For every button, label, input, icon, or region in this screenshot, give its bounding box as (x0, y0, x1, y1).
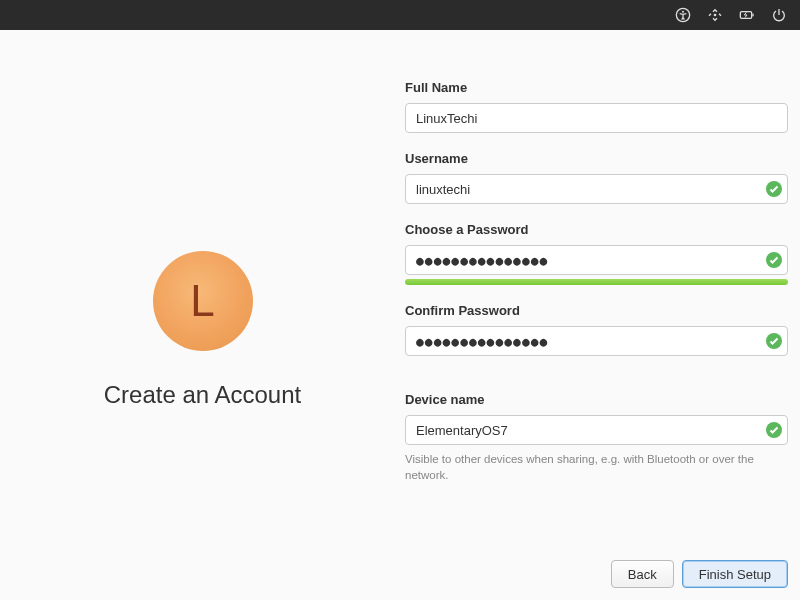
finish-setup-button[interactable]: Finish Setup (682, 560, 788, 588)
full-name-group: Full Name (405, 80, 788, 133)
password-input[interactable] (405, 245, 788, 275)
accessibility-icon[interactable] (674, 6, 692, 24)
check-icon (766, 181, 782, 197)
full-name-input[interactable] (405, 103, 788, 133)
check-icon (766, 333, 782, 349)
button-row: Back Finish Setup (611, 560, 788, 588)
avatar[interactable]: L (153, 251, 253, 351)
battery-icon[interactable] (738, 6, 756, 24)
username-group: Username (405, 151, 788, 204)
svg-point-2 (714, 14, 717, 17)
confirm-password-label: Confirm Password (405, 303, 788, 318)
back-button[interactable]: Back (611, 560, 674, 588)
full-name-label: Full Name (405, 80, 788, 95)
check-icon (766, 422, 782, 438)
check-icon (766, 252, 782, 268)
confirm-password-input[interactable] (405, 326, 788, 356)
device-name-label: Device name (405, 392, 788, 407)
form-panel: Full Name Username Choose a Password (405, 70, 800, 580)
password-group: Choose a Password (405, 222, 788, 285)
network-icon[interactable] (706, 6, 724, 24)
confirm-password-group: Confirm Password (405, 303, 788, 356)
password-strength-bar (405, 279, 788, 285)
username-label: Username (405, 151, 788, 166)
left-panel: L Create an Account (0, 70, 405, 580)
password-label: Choose a Password (405, 222, 788, 237)
svg-point-1 (682, 11, 684, 13)
topbar (0, 0, 800, 30)
avatar-letter: L (190, 276, 214, 326)
device-name-input[interactable] (405, 415, 788, 445)
username-input[interactable] (405, 174, 788, 204)
installer-content: L Create an Account Full Name Username C… (0, 30, 800, 600)
device-name-hint: Visible to other devices when sharing, e… (405, 451, 788, 483)
power-icon[interactable] (770, 6, 788, 24)
page-title: Create an Account (104, 381, 301, 409)
device-name-group: Device name Visible to other devices whe… (405, 392, 788, 483)
